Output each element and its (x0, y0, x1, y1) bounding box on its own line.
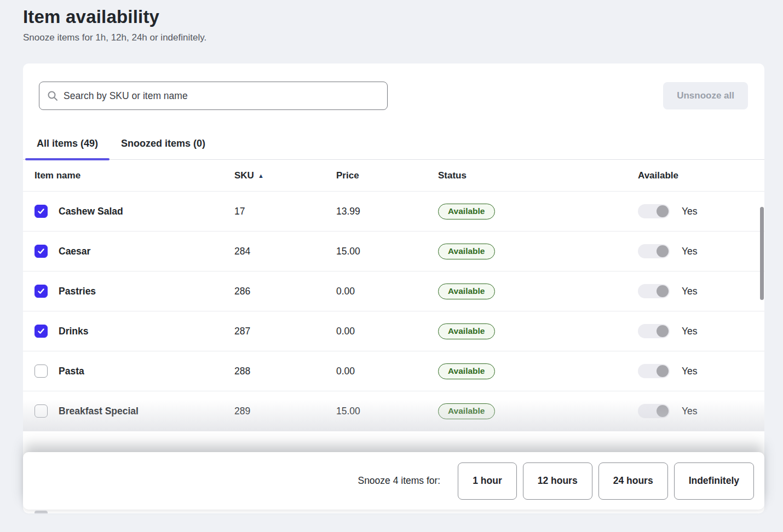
snooze-bar: Snooze 4 items for: 1 hour 12 hours 24 h… (23, 452, 764, 510)
snooze-12-hours-button[interactable]: 12 hours (523, 462, 592, 500)
availability-label: Yes (682, 366, 698, 377)
status-badge: Available (438, 323, 495, 339)
toggle-knob (657, 365, 669, 377)
item-price: 13.99 (336, 206, 438, 217)
check-icon (37, 287, 45, 295)
item-price: 0.00 (336, 326, 438, 337)
toggle-knob (657, 205, 669, 217)
item-sku: 288 (234, 366, 336, 377)
unsnooze-all-button[interactable]: Unsnooze all (663, 82, 748, 109)
table-row: Cashew Salad 17 13.99 Available Yes (23, 191, 764, 231)
availability-label: Yes (682, 246, 698, 257)
toggle-knob (657, 285, 669, 297)
item-name: Cashew Salad (59, 206, 123, 217)
item-sku: 287 (234, 326, 336, 337)
toggle-knob (657, 325, 669, 337)
search-row: Unsnooze all (23, 63, 764, 110)
table-row: Pastries 286 0.00 Available Yes (23, 271, 764, 311)
status-badge: Available (438, 403, 495, 419)
table-row: Breakfast Special 289 15.00 Available Ye… (23, 391, 764, 431)
page-header: Item availability Snooze items for 1h, 1… (0, 0, 783, 43)
row-checkbox[interactable] (34, 205, 48, 218)
item-name: Breakfast Special (59, 406, 139, 417)
snooze-24-hours-button[interactable]: 24 hours (598, 462, 668, 500)
availability-label: Yes (682, 206, 698, 217)
check-icon (37, 207, 45, 215)
item-name: Caesar (59, 246, 90, 257)
partially-hidden-row-checkbox (34, 511, 48, 513)
status-badge: Available (438, 204, 495, 219)
table-row: Pasta 288 0.00 Available Yes (23, 351, 764, 391)
column-header-status: Status (438, 170, 638, 181)
check-icon (37, 247, 45, 255)
sort-ascending-icon: ▲ (258, 172, 264, 179)
check-icon (37, 327, 45, 335)
snooze-1-hour-button[interactable]: 1 hour (458, 462, 516, 500)
item-sku: 284 (234, 246, 336, 257)
item-price: 0.00 (336, 286, 438, 297)
availability-toggle[interactable] (638, 244, 670, 258)
toggle-knob (657, 245, 669, 257)
item-availability-card: Unsnooze all All items (49) Snoozed item… (23, 63, 764, 513)
status-badge: Available (438, 284, 495, 299)
availability-toggle[interactable] (638, 284, 670, 298)
item-price: 15.00 (336, 246, 438, 257)
item-sku: 17 (234, 206, 336, 217)
item-sku: 286 (234, 286, 336, 297)
table-row: Drinks 287 0.00 Available Yes (23, 311, 764, 351)
item-price: 0.00 (336, 366, 438, 377)
search-icon (47, 90, 58, 101)
toggle-knob (657, 405, 669, 417)
tabs: All items (49) Snoozed items (0) (23, 130, 764, 160)
item-price: 15.00 (336, 406, 438, 417)
availability-label: Yes (682, 406, 698, 417)
availability-toggle[interactable] (638, 404, 670, 418)
availability-toggle[interactable] (638, 324, 670, 338)
row-checkbox[interactable] (34, 404, 48, 418)
snooze-bar-label: Snooze 4 items for: (358, 475, 440, 487)
row-checkbox[interactable] (34, 245, 48, 258)
status-badge: Available (438, 363, 495, 379)
row-checkbox[interactable] (34, 325, 48, 338)
table-row: Caesar 284 15.00 Available Yes (23, 231, 764, 271)
availability-toggle[interactable] (638, 204, 670, 218)
tab-all-items[interactable]: All items (49) (25, 130, 110, 159)
availability-toggle[interactable] (638, 364, 670, 378)
snooze-indefinitely-button[interactable]: Indefinitely (674, 462, 754, 500)
column-header-price: Price (336, 170, 438, 181)
item-sku: 289 (234, 406, 336, 417)
search-input[interactable] (64, 90, 379, 102)
table-scrollbar-thumb[interactable] (760, 207, 764, 300)
item-name: Drinks (59, 326, 88, 337)
column-header-item-name: Item name (34, 170, 234, 181)
status-badge: Available (438, 244, 495, 259)
table-header: Item name SKU▲ Price Status Available (23, 160, 764, 191)
page-subtitle: Snooze items for 1h, 12h, 24h or indefin… (23, 32, 783, 43)
column-header-sku[interactable]: SKU▲ (234, 170, 336, 181)
column-header-available: Available (638, 170, 753, 181)
item-name: Pastries (59, 286, 96, 297)
row-checkbox[interactable] (34, 365, 48, 378)
tab-snoozed-items[interactable]: Snoozed items (0) (110, 130, 217, 159)
availability-label: Yes (682, 326, 698, 337)
availability-label: Yes (682, 286, 698, 297)
page-title: Item availability (23, 7, 783, 27)
row-checkbox[interactable] (34, 285, 48, 298)
search-box[interactable] (39, 82, 388, 110)
item-name: Pasta (59, 366, 84, 377)
